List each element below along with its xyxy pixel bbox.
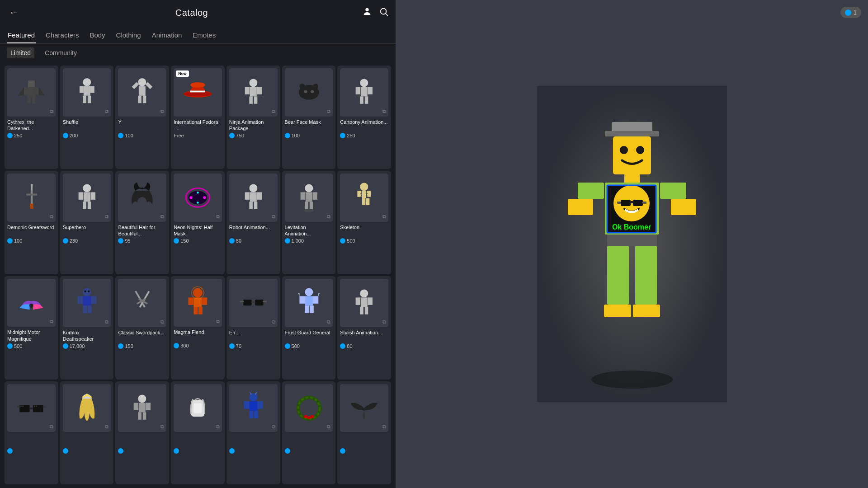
svg-point-144 xyxy=(304,415,307,418)
robux-icon xyxy=(118,133,123,138)
price-value: 500 xyxy=(14,343,22,349)
item-name: Err... xyxy=(229,329,278,342)
item-price xyxy=(285,448,333,454)
svg-rect-37 xyxy=(361,87,368,96)
items-grid: ⧉ Cythrex, the Darkened... 250 ⧉ xyxy=(0,62,396,488)
copy-icon: ⧉ xyxy=(382,424,386,430)
tab-animation[interactable]: Animation xyxy=(151,28,183,43)
item-price: 100 xyxy=(7,238,56,244)
copy-icon: ⧉ xyxy=(272,424,275,430)
item-name xyxy=(7,434,56,447)
svg-rect-133 xyxy=(143,412,146,419)
price-free: Free xyxy=(174,133,184,138)
item-card[interactable]: New International Fedora -... Free xyxy=(171,66,225,169)
svg-rect-96 xyxy=(202,297,207,305)
svg-rect-171 xyxy=(604,305,631,317)
svg-rect-82 xyxy=(83,296,91,305)
item-name: Superhero xyxy=(63,224,111,237)
svg-rect-114 xyxy=(368,297,373,305)
item-card[interactable]: ⧉ Skeleton 500 xyxy=(337,171,391,274)
price-value: 70 xyxy=(236,343,241,349)
svg-rect-29 xyxy=(249,96,252,103)
catalog-title: Catalog xyxy=(175,8,208,18)
copy-icon: ⧉ xyxy=(327,319,330,325)
item-card[interactable]: ⧉ Magma Fiend 300 xyxy=(171,276,225,380)
item-card[interactable]: ⧉ Superhero 230 xyxy=(60,171,114,274)
item-card[interactable]: ⧉ xyxy=(337,381,391,484)
item-card[interactable]: ⧉ xyxy=(60,381,114,484)
svg-rect-30 xyxy=(254,96,257,103)
svg-rect-39 xyxy=(368,87,373,94)
item-card[interactable]: ⧉ Frost Guard General 500 xyxy=(282,276,336,380)
price-value: 1,000 xyxy=(292,238,304,244)
item-price: 17,000 xyxy=(63,343,111,349)
tab-emotes[interactable]: Emotes xyxy=(192,28,217,43)
svg-rect-66 xyxy=(312,192,317,199)
item-card[interactable]: ⧉ Classic Swordpack... 150 xyxy=(115,276,169,380)
tab-featured[interactable]: Featured xyxy=(7,28,36,43)
item-name: Demonic Greatsword xyxy=(7,224,56,237)
svg-point-152 xyxy=(620,146,628,154)
item-card[interactable]: ⧉ Midnight Motor Magnifique 500 xyxy=(5,276,58,380)
avatar-icon[interactable] xyxy=(362,7,372,19)
item-price: 500 xyxy=(7,343,56,349)
tab-characters[interactable]: Characters xyxy=(45,28,80,43)
item-card[interactable]: ⧉ Ninja Animation Package 750 xyxy=(226,66,280,169)
item-name: Classic Swordpack... xyxy=(118,329,166,342)
item-card[interactable]: ⧉ Bear Face Mask 100 xyxy=(282,66,336,169)
copy-icon: ⧉ xyxy=(216,214,220,220)
svg-point-22 xyxy=(190,82,205,88)
tab-clothing[interactable]: Clothing xyxy=(115,28,142,43)
svg-rect-46 xyxy=(84,192,90,202)
svg-rect-124 xyxy=(34,405,35,407)
item-card[interactable]: ⧉ Stylish Animation... 80 xyxy=(337,276,391,380)
subtab-community[interactable]: Community xyxy=(41,47,80,58)
svg-point-15 xyxy=(138,78,146,86)
item-name xyxy=(229,434,278,447)
item-card[interactable]: ⧉ Levitation Animation... 1,000 xyxy=(282,171,336,274)
svg-rect-44 xyxy=(30,204,33,209)
svg-rect-61 xyxy=(249,202,252,209)
item-card[interactable]: ⧉ xyxy=(282,381,336,484)
svg-rect-151 xyxy=(613,136,651,174)
svg-rect-170 xyxy=(607,246,629,305)
catalog-header: ← Catalog xyxy=(0,0,396,25)
item-card[interactable]: ⧉ xyxy=(226,381,280,484)
svg-rect-14 xyxy=(88,96,91,103)
item-card[interactable]: ⧉ xyxy=(5,381,58,484)
svg-rect-120 xyxy=(17,406,20,408)
item-card[interactable]: ⧉ Neon Nights: Half Mask 150 xyxy=(171,171,225,274)
item-card[interactable]: ⧉ Cartoony Animation... 250 xyxy=(337,66,391,169)
item-card[interactable]: ⧉ Demonic Greatsword 100 xyxy=(5,171,58,274)
item-name: Y xyxy=(118,119,166,131)
svg-point-81 xyxy=(83,288,91,296)
item-price: 250 xyxy=(7,133,56,138)
item-price: 150 xyxy=(174,238,222,244)
price-value: 95 xyxy=(125,238,130,244)
svg-rect-83 xyxy=(77,296,83,303)
item-card[interactable]: ⧉ xyxy=(115,381,169,484)
svg-rect-100 xyxy=(243,300,252,305)
svg-rect-106 xyxy=(305,296,313,305)
item-card[interactable]: ⧉ Korblox Deathspeaker 17,000 xyxy=(60,276,114,380)
search-icon[interactable] xyxy=(379,7,389,19)
item-card[interactable]: ⧉ xyxy=(171,381,225,484)
item-card[interactable]: ⧉ Robot Animation... 80 xyxy=(226,171,280,274)
item-card[interactable]: ⧉ Shuffle 200 xyxy=(60,66,114,169)
subtab-limited[interactable]: Limited xyxy=(7,47,34,58)
item-card[interactable]: ⧉ Beautiful Hair for Beautiful... 95 xyxy=(115,171,169,274)
svg-point-148 xyxy=(591,371,673,389)
price-value: 300 xyxy=(180,343,189,348)
item-price: 70 xyxy=(229,343,278,349)
item-name xyxy=(118,434,166,447)
item-card[interactable]: ⧉ Err... 70 xyxy=(226,276,280,380)
item-card[interactable]: ⧉ Y 100 xyxy=(115,66,169,169)
item-price: 80 xyxy=(229,238,278,244)
back-button[interactable]: ← xyxy=(7,5,21,21)
item-card[interactable]: ⧉ Cythrex, the Darkened... 250 xyxy=(5,66,58,169)
svg-rect-154 xyxy=(624,174,640,183)
item-price xyxy=(174,448,222,454)
tab-body[interactable]: Body xyxy=(89,28,106,43)
item-price: 1,000 xyxy=(285,238,333,244)
svg-rect-135 xyxy=(194,403,202,413)
